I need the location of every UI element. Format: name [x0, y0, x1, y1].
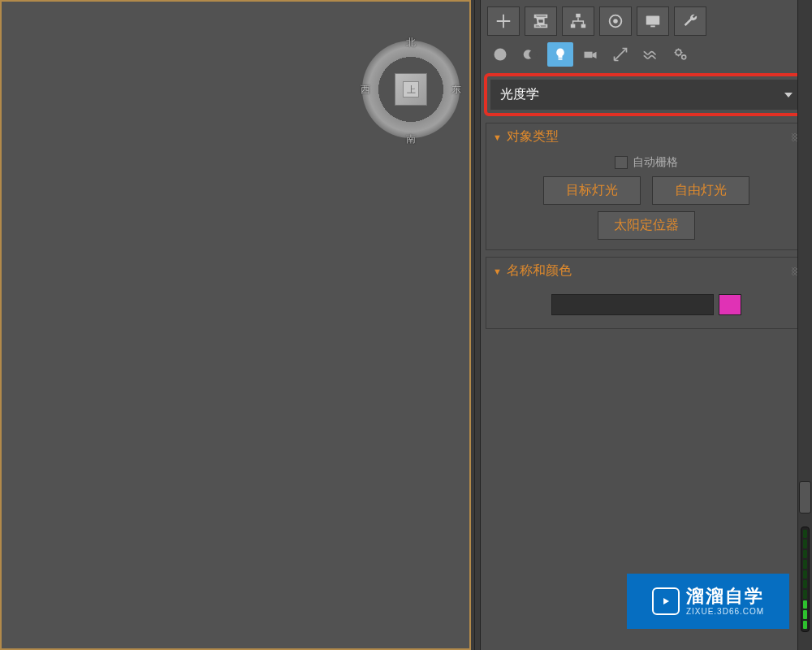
- modify-tab[interactable]: [525, 6, 557, 36]
- hierarchy-tab[interactable]: [562, 6, 594, 36]
- geometry-category[interactable]: [487, 42, 513, 67]
- display-tab[interactable]: [637, 6, 669, 36]
- target-light-button[interactable]: 目标灯光: [543, 176, 641, 205]
- modify-icon: [532, 12, 550, 30]
- command-panel-tabs: [486, 3, 807, 41]
- svg-rect-10: [559, 58, 563, 60]
- svg-point-9: [529, 50, 537, 58]
- rollout-object-type: ▼ 对象类型 自动栅格 目标灯光 自由灯光 太阳定位器: [486, 123, 807, 250]
- viewcube[interactable]: 上 北 南 西 东: [362, 41, 460, 138]
- gear-icon: [672, 46, 689, 63]
- viewport-area: 上 北 南 西 东: [0, 0, 474, 650]
- direction-west[interactable]: 西: [361, 83, 370, 97]
- viewcube-face[interactable]: 上: [403, 81, 419, 98]
- subcategory-highlight: 光度学: [484, 73, 809, 116]
- svg-rect-1: [571, 24, 576, 28]
- rollout-header-name-color[interactable]: ▼ 名称和颜色: [486, 258, 806, 284]
- watermark-badge: 溜溜自学 ZIXUE.3D66.COM: [627, 574, 789, 629]
- direction-east[interactable]: 东: [451, 83, 461, 97]
- rollout-title: 名称和颜色: [507, 262, 572, 280]
- create-tab[interactable]: [487, 6, 520, 36]
- play-icon: [652, 587, 680, 615]
- rollout-header-object-type[interactable]: ▼ 对象类型: [486, 124, 806, 150]
- systems-category[interactable]: [667, 42, 693, 67]
- motion-tab[interactable]: [599, 6, 632, 36]
- svg-point-12: [676, 50, 681, 55]
- sun-positioner-button[interactable]: 太阳定位器: [598, 211, 695, 240]
- svg-rect-11: [585, 52, 593, 58]
- chevron-down-icon: [784, 93, 793, 98]
- object-color-swatch[interactable]: [719, 294, 741, 315]
- display-icon: [644, 12, 662, 30]
- side-scroll-strip: [797, 0, 812, 650]
- sphere-icon: [492, 46, 508, 63]
- rollout-title: 对象类型: [507, 128, 559, 145]
- spacewarps-category[interactable]: [637, 42, 663, 67]
- direction-south[interactable]: 南: [406, 132, 416, 146]
- command-panel: 光度学 ▼ 对象类型 自动栅格 目标灯光 自由灯光: [481, 0, 812, 650]
- helper-icon: [612, 46, 628, 63]
- collapse-triangle-icon: ▼: [493, 266, 502, 276]
- shapes-category[interactable]: [517, 42, 543, 67]
- viewcube-cube[interactable]: 上: [395, 73, 427, 106]
- rollout-name-color: ▼ 名称和颜色: [486, 257, 807, 329]
- watermark-title: 溜溜自学: [686, 587, 764, 606]
- collapse-triangle-icon: ▼: [493, 132, 502, 142]
- svg-rect-2: [581, 24, 586, 28]
- helpers-category[interactable]: [607, 42, 633, 67]
- cameras-category[interactable]: [577, 42, 603, 67]
- svg-rect-5: [646, 16, 660, 25]
- object-name-input[interactable]: [551, 294, 714, 315]
- wrench-icon: [681, 12, 699, 30]
- svg-rect-0: [576, 14, 581, 18]
- autogrid-label: 自动栅格: [633, 155, 678, 170]
- autogrid-checkbox[interactable]: [615, 156, 628, 169]
- plus-icon: [495, 12, 512, 30]
- bulb-icon: [552, 46, 568, 63]
- watermark-subtitle: ZIXUE.3D66.COM: [686, 607, 764, 616]
- camera-icon: [582, 46, 598, 63]
- wave-icon: [642, 46, 659, 63]
- lights-category[interactable]: [547, 42, 573, 67]
- subcategory-dropdown[interactable]: 光度学: [490, 80, 802, 110]
- hierarchy-icon: [569, 12, 587, 30]
- rollout-body-object-type: 自动栅格 目标灯光 自由灯光 太阳定位器: [486, 150, 806, 249]
- svg-point-7: [495, 49, 507, 61]
- autogrid-row: 自动栅格: [615, 155, 678, 170]
- scroll-handle[interactable]: [799, 481, 811, 514]
- svg-point-4: [613, 19, 618, 24]
- svg-rect-6: [650, 26, 655, 28]
- panel-divider[interactable]: [474, 0, 481, 650]
- create-categories: [486, 41, 807, 70]
- rollout-body-name-color: [486, 284, 806, 328]
- dropdown-label: 光度学: [500, 86, 539, 103]
- direction-north[interactable]: 北: [406, 36, 416, 50]
- level-meter: [801, 526, 810, 632]
- free-light-button[interactable]: 自由灯光: [652, 176, 749, 205]
- motion-icon: [607, 12, 624, 30]
- svg-point-13: [682, 55, 686, 59]
- shapes-icon: [522, 46, 538, 63]
- utilities-tab[interactable]: [674, 6, 706, 36]
